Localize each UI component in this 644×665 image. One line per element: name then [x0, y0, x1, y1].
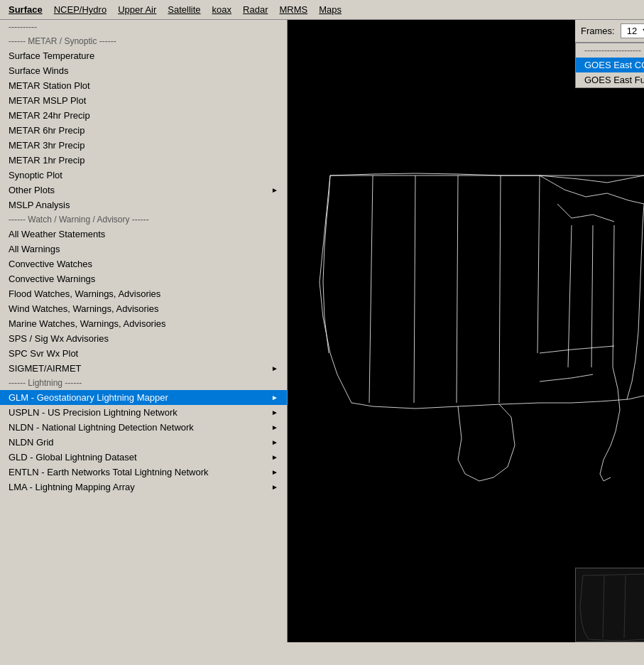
frames-label: Frames: [581, 26, 615, 36]
menu-upper-air[interactable]: Upper Air [112, 3, 162, 16]
map-thumbnail [575, 568, 644, 642]
metar-station-plot[interactable]: METAR Station Plot [0, 78, 287, 93]
menu-koax[interactable]: koax [207, 3, 237, 16]
glm-submenu-panel: -------------------- GOES East CONUS ► G… [575, 43, 644, 88]
menu-radar[interactable]: Radar [237, 3, 273, 16]
lma-arrow: ► [271, 483, 278, 491]
entln-menu-item[interactable]: ENTLN - Earth Networks Total Lightning N… [0, 465, 287, 480]
gld-arrow: ► [271, 453, 278, 461]
surface-winds[interactable]: Surface Winds [0, 63, 287, 78]
metar-3hr-precip[interactable]: METAR 3hr Precip [0, 138, 287, 153]
frames-select[interactable]: 12 6 24 [621, 23, 644, 38]
spc-svr[interactable]: SPC Svr Wx Plot [0, 346, 287, 361]
uspln-menu-item[interactable]: USPLN - US Precision Lightning Network ► [0, 405, 287, 420]
convective-warnings[interactable]: Convective Warnings [0, 271, 287, 286]
metar-mslp-plot[interactable]: METAR MSLP Plot [0, 93, 287, 108]
menu-satellite[interactable]: Satellite [162, 3, 206, 16]
sigmet-airmet[interactable]: SIGMET/AIRMET ► [0, 361, 287, 376]
thumbnail-svg [576, 568, 644, 642]
goes-east-conus-item[interactable]: GOES East CONUS ► [576, 58, 644, 72]
other-plots[interactable]: Other Plots ► [0, 183, 287, 198]
map-area: Frames: 12 6 24 ▼ Warngen ⚡ Nsharp + Bro… [288, 20, 644, 642]
entln-arrow: ► [271, 468, 278, 476]
menu-mrms[interactable]: MRMS [273, 3, 313, 16]
menu-bar: Surface NCEP/Hydro Upper Air Satellite k… [0, 0, 644, 20]
other-plots-arrow: ► [271, 186, 278, 194]
mslp-analysis[interactable]: MSLP Analysis [0, 198, 287, 212]
nldn-arrow: ► [271, 423, 278, 431]
marine-wwa[interactable]: Marine Watches, Warnings, Advisories [0, 316, 287, 331]
map-svg [288, 43, 644, 642]
sep-wwa: ------ Watch / Warning / Advisory ------ [0, 212, 287, 227]
sep1: ---------- [0, 20, 287, 34]
metar-6hr-precip[interactable]: METAR 6hr Precip [0, 123, 287, 138]
nldn-grid-menu-item[interactable]: NLDN Grid ► [0, 435, 287, 450]
lma-menu-item[interactable]: LMA - Lightning Mapping Array ► [0, 480, 287, 494]
all-weather-statements[interactable]: All Weather Statements [0, 227, 287, 242]
left-panel: ---------- ------ METAR / Synoptic -----… [0, 20, 288, 642]
toolbar: Frames: 12 6 24 ▼ Warngen ⚡ Nsharp + Bro… [575, 20, 644, 43]
convective-watches[interactable]: Convective Watches [0, 256, 287, 271]
metar-1hr-precip[interactable]: METAR 1hr Precip [0, 153, 287, 168]
uspln-arrow: ► [271, 409, 278, 416]
gld-menu-item[interactable]: GLD - Global Lightning Dataset ► [0, 450, 287, 465]
menu-maps[interactable]: Maps [313, 3, 347, 16]
nldn-grid-arrow: ► [271, 438, 278, 446]
goes-east-full-disk-item[interactable]: GOES East Full Disk ► [576, 72, 644, 87]
menu-ncep[interactable]: NCEP/Hydro [48, 3, 112, 16]
svg-rect-9 [576, 568, 644, 642]
sigmet-arrow: ► [271, 364, 278, 372]
glm-menu-item[interactable]: GLM - Geostationary Lightning Mapper ► [0, 390, 287, 405]
flood-wwa[interactable]: Flood Watches, Warnings, Advisories [0, 286, 287, 301]
glm-arrow: ► [271, 394, 278, 401]
menu-surface[interactable]: Surface [3, 3, 48, 16]
sep-metar: ------ METAR / Synoptic ------ [0, 34, 287, 48]
all-warnings[interactable]: All Warnings [0, 242, 287, 256]
metar-24hr-precip[interactable]: METAR 24hr Precip [0, 108, 287, 123]
nldn-menu-item[interactable]: NLDN - National Lightning Detection Netw… [0, 420, 287, 435]
surface-temperature[interactable]: Surface Temperature [0, 48, 287, 63]
synoptic-plot[interactable]: Synoptic Plot [0, 168, 287, 183]
submenu1-sep: -------------------- [576, 43, 644, 58]
main-layout: ---------- ------ METAR / Synoptic -----… [0, 20, 644, 642]
sps-sig[interactable]: SPS / Sig Wx Advisories [0, 331, 287, 346]
wind-wwa[interactable]: Wind Watches, Warnings, Advisories [0, 301, 287, 316]
sep-lightning: ------ Lightning ------ [0, 376, 287, 390]
